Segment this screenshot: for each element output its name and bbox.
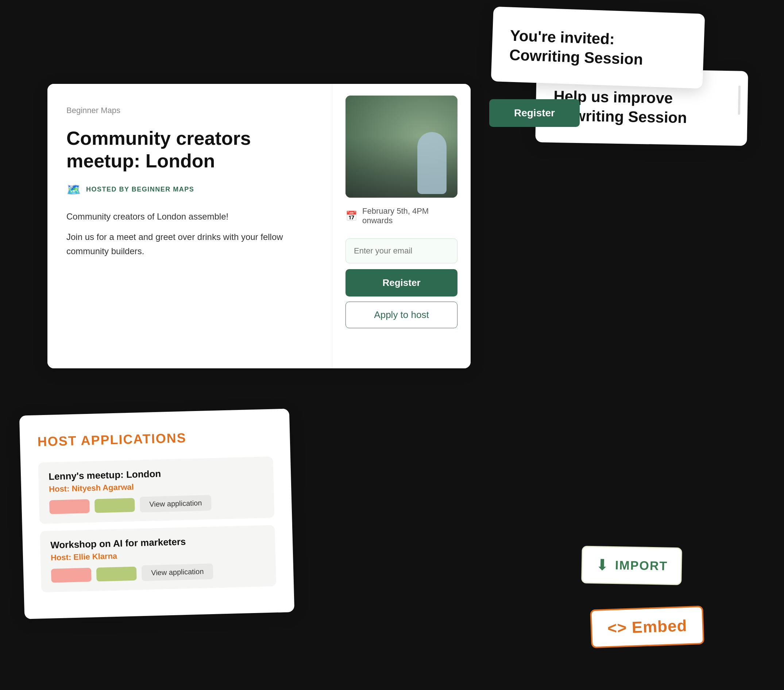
view-application-button[interactable]: View application [140, 495, 212, 513]
breadcrumb: Beginner Maps [66, 106, 313, 115]
event-title: Community creators meetup: London [66, 127, 313, 172]
main-event-card: Beginner Maps Community creators meetup:… [48, 84, 471, 368]
host-app-actions: View application [49, 493, 264, 514]
host-app-actions: View application [51, 562, 266, 583]
scrollbar [738, 86, 741, 115]
hosted-by-text: HOSTED BY BEGINNER MAPS [86, 186, 194, 193]
calendar-icon: 📅 [346, 210, 357, 222]
event-date: 📅 February 5th, 4PM onwards [346, 206, 458, 225]
import-badge: ⬇ IMPORT [581, 546, 682, 585]
view-application-button[interactable]: View application [142, 564, 213, 581]
register-top-button[interactable]: Register [489, 99, 580, 127]
event-description: Community creators of London assemble! J… [66, 210, 313, 265]
status-pill-rejected [51, 567, 92, 582]
import-icon: ⬇ [595, 556, 609, 574]
register-main-button[interactable]: Register [346, 269, 458, 296]
embed-badge: <> Embed [590, 606, 705, 649]
map-icon: 🗺️ [66, 183, 81, 197]
main-event-left: Beginner Maps Community creators meetup:… [48, 84, 332, 368]
status-pill-approved [96, 566, 137, 581]
embed-label: <> Embed [607, 616, 687, 637]
host-applications-card: HOST APPLICATIONS Lenny's meetup: London… [19, 409, 295, 619]
host-apps-title: HOST APPLICATIONS [37, 428, 273, 450]
host-app-item: Lenny's meetup: London Host: Nityesh Aga… [38, 457, 274, 524]
email-input[interactable] [346, 238, 458, 263]
hosted-by-section: 🗺️ HOSTED BY BEGINNER MAPS [66, 183, 313, 197]
invite-card: You're invited: Cowriting Session [491, 7, 705, 89]
invite-title: You're invited: Cowriting Session [509, 26, 687, 71]
event-image [346, 95, 458, 198]
import-label: IMPORT [615, 558, 668, 573]
status-pill-rejected [49, 499, 90, 514]
main-event-right: 📅 February 5th, 4PM onwards Register App… [332, 84, 471, 368]
status-pill-approved [94, 498, 135, 513]
host-app-item: Workshop on AI for marketers Host: Ellie… [40, 525, 276, 593]
apply-host-button[interactable]: Apply to host [346, 302, 458, 328]
